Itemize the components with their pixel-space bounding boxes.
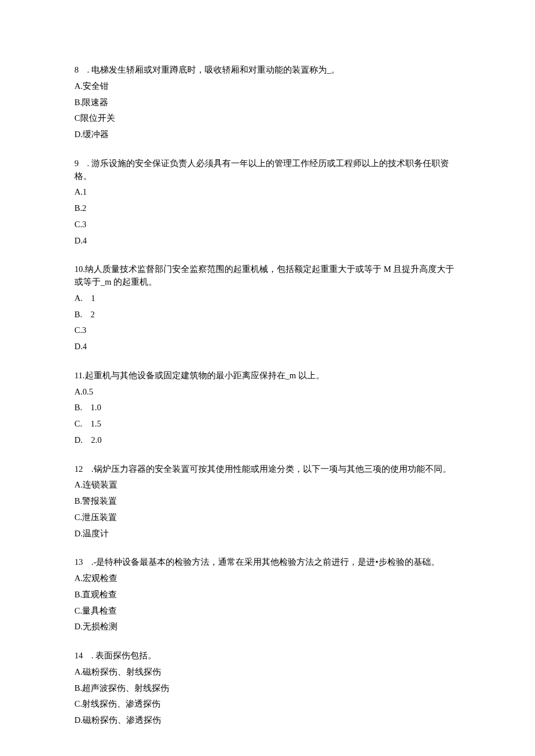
option-label: B.	[74, 496, 82, 506]
option: A. 1	[74, 292, 461, 305]
question-block: 12 .锅炉压力容器的安全装置可按其使用性能或用途分类，以下一项与其他三项的使用…	[74, 463, 461, 540]
option-text: 4	[83, 342, 87, 351]
option: B. 1.0	[74, 402, 461, 414]
option-text: 4	[83, 236, 87, 245]
question-number: 14	[74, 651, 83, 660]
option-label: D.	[74, 342, 83, 351]
option-text: 磁粉探伤、渗透探伤	[83, 715, 161, 725]
document-content: 8 . 电梯发生轿厢或对重蹲底时，吸收轿厢和对重动能的装置称为_。A.安全钳B.…	[74, 64, 461, 727]
option-label: C.	[74, 325, 82, 335]
option-text: 温度计	[83, 529, 109, 538]
option: C.3	[74, 324, 461, 337]
question-separator: .	[83, 651, 96, 660]
option: B.2	[74, 202, 461, 215]
option: A.连锁装置	[74, 479, 461, 492]
option-label: A.	[74, 480, 83, 489]
option-text: 1.0	[91, 403, 101, 412]
option: A.1	[74, 186, 461, 199]
option-text: 磁粉探伤、射线探伤	[83, 667, 161, 676]
option-text: 警报装置	[82, 496, 117, 506]
option-text: 连锁装置	[83, 480, 117, 489]
option-label: B.	[74, 203, 82, 213]
option: A.磁粉探伤、射线探伤	[74, 666, 461, 679]
option: D.4	[74, 235, 461, 248]
option-text: 3	[82, 325, 86, 335]
option-text: 0.5	[83, 387, 93, 396]
option-text: 限位开关	[80, 113, 115, 123]
question-block: 8 . 电梯发生轿厢或对重蹲底时，吸收轿厢和对重动能的装置称为_。A.安全钳B.…	[74, 64, 461, 141]
option: C.量具检查	[74, 605, 461, 618]
option: C. 1.5	[74, 418, 461, 431]
option: B.限速器	[74, 96, 461, 109]
option: B. 2	[74, 309, 461, 321]
option-label: C.	[74, 220, 82, 229]
option: D.磁粉探伤、渗透探伤	[74, 714, 461, 727]
option-label: A.	[74, 574, 83, 583]
question-separator: .	[79, 65, 91, 74]
option-text: 超声波探伤、射线探伤	[82, 683, 169, 693]
option: D.缓冲器	[74, 128, 461, 141]
option-label: D.	[74, 622, 83, 631]
option-text: 2.0	[91, 435, 102, 445]
option: B.超声波探伤、射线探伤	[74, 682, 461, 695]
option-label: B.	[74, 310, 91, 319]
option-text: 安全钳	[83, 81, 109, 91]
question-body: 锅炉压力容器的安全装置可按其使用性能或用途分类，以下一项与其他三项的使用功能不同…	[94, 464, 451, 474]
option-label: B.	[74, 403, 91, 412]
option-text: 直观检查	[82, 590, 117, 599]
option-text: 无损检测	[83, 622, 117, 631]
option: D.4	[74, 341, 461, 353]
option: B.警报装置	[74, 495, 461, 508]
question-text: 8 . 电梯发生轿厢或对重蹲底时，吸收轿厢和对重动能的装置称为_。	[74, 64, 461, 77]
option-text: 3	[82, 220, 86, 229]
question-body: 起重机与其他设备或固定建筑物的最小距离应保持在_m 以上。	[85, 371, 324, 380]
option: C.射线探伤、渗透探伤	[74, 698, 461, 711]
option-label: A.	[74, 81, 83, 91]
option-text: 1	[91, 293, 95, 303]
option-label: C	[74, 113, 80, 123]
option: B.直观检查	[74, 589, 461, 601]
question-text: 10.纳人质量技术监督部门安全监察范围的起重机械，包括额定起重重大于或等于 M …	[74, 263, 461, 289]
option-text: 缓冲器	[83, 130, 109, 139]
question-separator: .	[83, 557, 94, 567]
option-text: 限速器	[82, 98, 108, 107]
question-block: 11.起重机与其他设备或固定建筑物的最小距离应保持在_m 以上。A.0.5B. …	[74, 370, 461, 447]
option: C限位开关	[74, 112, 461, 125]
question-number: 12	[74, 464, 83, 474]
option-text: 1	[83, 187, 87, 196]
option-label: A.	[74, 667, 83, 676]
question-number: 11.	[74, 371, 85, 380]
question-text: 14 . 表面探伤包括。	[74, 650, 461, 662]
question-body: 游乐设施的安全保证负责人必须具有一年以上的管理工作经历或工程师以上的技术职务任职…	[74, 159, 449, 181]
question-number: 13	[74, 557, 83, 567]
question-block: 13 .-是特种设备最基本的检验方法，通常在采用其他检验方法之前进行，是进•步检…	[74, 556, 461, 633]
option-label: D.	[74, 236, 83, 245]
option-label: A.	[74, 387, 83, 396]
question-body: 电梯发生轿厢或对重蹲底时，吸收轿厢和对重动能的装置称为_。	[91, 65, 340, 74]
option: C.泄压装置	[74, 511, 461, 524]
option-label: B.	[74, 98, 82, 107]
option-label: C.	[74, 419, 91, 428]
option-label: D.	[74, 130, 83, 139]
option-label: C.	[74, 606, 82, 615]
option-label: D.	[74, 715, 83, 725]
option: D.无损检测	[74, 621, 461, 633]
question-block: 14 . 表面探伤包括。A.磁粉探伤、射线探伤B.超声波探伤、射线探伤C.射线探…	[74, 650, 461, 727]
option: A.0.5	[74, 386, 461, 399]
option-text: 泄压装置	[82, 513, 117, 522]
question-text: 12 .锅炉压力容器的安全装置可按其使用性能或用途分类，以下一项与其他三项的使用…	[74, 463, 461, 476]
question-block: 10.纳人质量技术监督部门安全监察范围的起重机械，包括额定起重重大于或等于 M …	[74, 263, 461, 353]
option-text: 宏观检查	[83, 574, 117, 583]
option: D. 2.0	[74, 434, 461, 447]
option-label: C.	[74, 699, 82, 708]
question-block: 9 . 游乐设施的安全保证负责人必须具有一年以上的管理工作经历或工程师以上的技术…	[74, 157, 461, 248]
option: A.宏观检查	[74, 572, 461, 585]
question-text: 9 . 游乐设施的安全保证负责人必须具有一年以上的管理工作经历或工程师以上的技术…	[74, 157, 461, 183]
question-body: -是特种设备最基本的检验方法，通常在采用其他检验方法之前进行，是进•步检验的基础…	[94, 557, 440, 567]
question-text: 11.起重机与其他设备或固定建筑物的最小距离应保持在_m 以上。	[74, 370, 461, 382]
question-body: 表面探伤包括。	[95, 651, 156, 660]
question-text: 13 .-是特种设备最基本的检验方法，通常在采用其他检验方法之前进行，是进•步检…	[74, 556, 461, 569]
option-label: D.	[74, 529, 83, 538]
option: C.3	[74, 218, 461, 231]
option: D.温度计	[74, 528, 461, 540]
